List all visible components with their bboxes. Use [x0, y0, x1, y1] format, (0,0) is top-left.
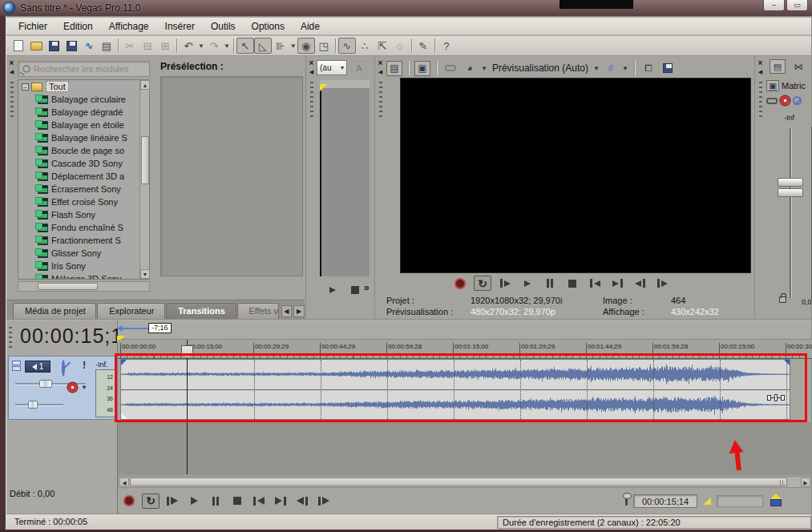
search-input[interactable]: Rechercher les modules [18, 61, 150, 77]
menu-options[interactable]: Options [244, 19, 292, 34]
play-from-start-button[interactable] [164, 494, 181, 509]
stop-button[interactable] [564, 276, 581, 291]
titlebar[interactable]: Sans titre * - Vegas Pro 11.0 – ▭ [0, 0, 812, 16]
collapse-arrow-icon[interactable]: ◀ [758, 69, 762, 75]
preset-area[interactable] [160, 76, 303, 276]
mute-icon[interactable] [793, 96, 802, 105]
toolbar-overflow-chevron[interactable]: » [364, 282, 370, 293]
tab-scroll-right-icon[interactable]: ▶ [293, 305, 305, 317]
collapse-arrow-icon[interactable]: ◀ [309, 69, 313, 75]
new-project-button[interactable] [10, 38, 27, 54]
previous-frame-button[interactable] [293, 494, 311, 509]
preview-panel-grip[interactable]: × ◀ [375, 58, 386, 298]
track-gear-icon[interactable] [68, 383, 77, 392]
timeline-horizontal-scrollbar[interactable]: ◀ ▶ [118, 476, 812, 488]
scroll-right-icon[interactable]: ▶ [801, 478, 810, 486]
volume-slider-handle[interactable] [39, 380, 52, 388]
whats-this-help-button[interactable]: ? [438, 38, 455, 54]
close-icon[interactable]: × [10, 59, 14, 67]
close-icon[interactable]: × [309, 59, 314, 67]
grid-overlay-icon[interactable]: # [603, 61, 619, 76]
chevron-down-icon[interactable]: ▼ [593, 65, 600, 72]
tree-item[interactable]: Balayage linéaire S [18, 131, 149, 144]
tree-item[interactable]: Effet croisé Sony [18, 195, 149, 208]
project-properties-button[interactable]: ▤ [98, 38, 115, 54]
copy-button[interactable]: ⊟ [139, 38, 156, 54]
tree-item[interactable]: Balayage dégradé [18, 106, 149, 119]
tree-root-tout[interactable]: –Tout [18, 80, 149, 93]
restore-track-icon[interactable] [12, 366, 21, 371]
open-project-button[interactable] [27, 38, 45, 54]
copy-snapshot-icon[interactable]: ⧠ [640, 61, 656, 76]
scroll-thumb[interactable] [38, 283, 98, 290]
drag-grip[interactable] [310, 82, 313, 119]
tab-explorateur[interactable]: Explorateur [97, 303, 165, 319]
track-arm-icon[interactable]: ! [83, 359, 86, 371]
marker-tool-icon[interactable] [769, 495, 783, 506]
go-to-start-button[interactable] [586, 276, 604, 291]
pan-slider-handle[interactable] [28, 401, 38, 409]
volume-fader-handle[interactable] [778, 178, 803, 197]
transitions-panel-grip[interactable]: × ◀ [6, 58, 17, 290]
display-format-icon[interactable]: A [351, 61, 367, 75]
selection-length-box[interactable] [717, 495, 763, 507]
menu-outils[interactable]: Outils [204, 19, 243, 34]
trimmer-panel-grip[interactable]: × ◀ [306, 58, 317, 298]
undo-button[interactable]: ↶ [180, 38, 197, 54]
auto-ripple-caret-icon[interactable]: ▼ [290, 42, 297, 50]
record-gear-icon[interactable] [781, 96, 790, 105]
tree-item[interactable]: Mélange 3D Sony [18, 272, 149, 280]
tree-item[interactable]: Boucle de page so [18, 144, 149, 157]
scroll-thumb[interactable] [130, 478, 787, 486]
pin-icon[interactable] [625, 496, 628, 506]
track-number-badge[interactable]: 1 [25, 361, 50, 373]
save-snapshot-icon[interactable] [660, 61, 676, 76]
split-screen-icon[interactable] [442, 61, 459, 76]
chevron-down-icon[interactable]: ▼ [622, 65, 628, 72]
paste-button[interactable]: ⊞ [156, 38, 174, 54]
timeline-empty-area[interactable] [118, 422, 812, 475]
preview-quality-label[interactable]: Prévisualisation (Auto) [491, 62, 590, 74]
trimmer-display[interactable] [320, 80, 370, 276]
pan-slider-groove[interactable] [15, 404, 63, 406]
play-button[interactable] [185, 494, 203, 509]
redo-caret-icon[interactable]: ▼ [224, 42, 230, 50]
edit-tool-button[interactable]: ∿ [338, 38, 356, 54]
pause-button[interactable] [207, 494, 224, 509]
tree-horizontal-scrollbar[interactable] [18, 281, 150, 292]
close-icon[interactable]: × [758, 59, 763, 67]
undo-caret-icon[interactable]: ▼ [198, 42, 204, 50]
stop-button[interactable] [228, 494, 246, 509]
audio-track-header[interactable]: 1 ! -Inf. ▼ 12243648 [8, 356, 118, 420]
tree-item[interactable]: Flash Sony [18, 208, 149, 221]
timeline-grip[interactable] [9, 327, 12, 349]
envelope-tool-button[interactable]: ∴ [356, 38, 374, 54]
menu-fichier[interactable]: Fichier [11, 19, 55, 34]
marker-bar[interactable] [118, 320, 811, 340]
trimmer-media-dropdown[interactable]: (au ▾ [317, 60, 347, 75]
chevron-down-icon[interactable]: ▼ [81, 384, 87, 391]
transitions-tree[interactable]: –ToutBalayage circulaireBalayage dégradé… [18, 79, 150, 280]
go-to-end-button[interactable] [272, 494, 289, 509]
next-frame-button[interactable] [653, 276, 671, 291]
tree-item[interactable]: Déplacement 3D a [18, 170, 149, 183]
track-minimize-buttons[interactable] [12, 361, 21, 372]
drag-grip[interactable] [379, 82, 382, 119]
play-from-start-button[interactable] [496, 276, 514, 291]
plugin-chain-icon[interactable] [766, 98, 778, 104]
interactive-tutorials-button[interactable]: ✎ [414, 38, 432, 54]
loop-playback-button[interactable]: ↻ [474, 276, 491, 291]
meter-lock-icon[interactable] [779, 296, 786, 303]
record-button[interactable] [451, 276, 469, 291]
tree-item[interactable]: Glisser Sony [18, 247, 149, 260]
pause-button[interactable] [541, 276, 559, 291]
downmix-icon[interactable]: ⋈ [790, 59, 806, 74]
cut-button[interactable]: ✂ [121, 38, 139, 54]
master-bus-header[interactable]: ▣ Matric [766, 79, 812, 93]
mixer-panel-grip[interactable]: × ◀ [755, 58, 766, 298]
menu-insérer[interactable]: Insérer [158, 19, 202, 34]
record-button[interactable] [120, 494, 138, 509]
preview-quality-icon[interactable]: ◕ [462, 61, 478, 76]
scroll-up-icon[interactable]: ▲ [140, 80, 150, 90]
collapse-arrow-icon[interactable]: ◀ [378, 69, 382, 75]
